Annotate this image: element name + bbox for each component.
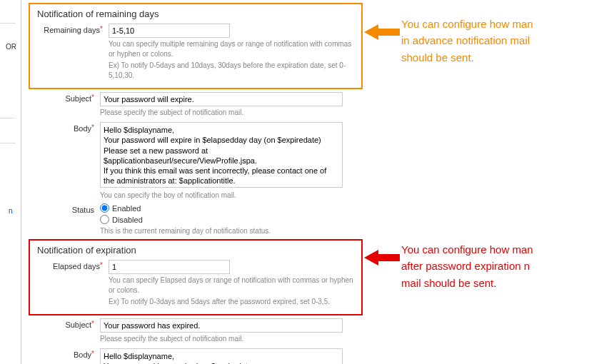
svg-marker-0 bbox=[364, 24, 400, 40]
body2-textarea[interactable] bbox=[100, 348, 343, 364]
subject2-hint: Please specify the subject of notificati… bbox=[100, 334, 363, 344]
subject1-label: Subject bbox=[29, 92, 100, 103]
subject2-input[interactable] bbox=[100, 318, 343, 333]
svg-marker-1 bbox=[364, 250, 400, 266]
arrow-red-icon bbox=[364, 248, 400, 267]
status-enabled-radio[interactable] bbox=[100, 203, 109, 213]
subject1-hint: Please specify the subject of notificati… bbox=[100, 108, 363, 118]
callout-orange: You can configure how man in advance not… bbox=[401, 16, 533, 66]
body1-hint: You can specify the boy of notification … bbox=[100, 191, 363, 201]
section-title-expiration: Notification of expiration bbox=[37, 245, 354, 256]
remaining-days-section: Notification of remaining days Remaining… bbox=[29, 3, 363, 89]
status-disabled-radio[interactable] bbox=[100, 215, 109, 224]
elapsed-days-label: Elapsed days bbox=[37, 260, 109, 271]
remaining-days-label: Remaining days bbox=[37, 24, 109, 34]
elapsed-days-input[interactable] bbox=[109, 260, 230, 274]
sidebar-text-or: OR bbox=[6, 43, 16, 51]
body2-label: Body bbox=[29, 348, 100, 359]
status-disabled-text: Disabled bbox=[112, 216, 143, 224]
expiration-section: Notification of expiration Elapsed days … bbox=[29, 239, 363, 315]
remaining-days-hint1: You can specify multiple remaining days … bbox=[109, 39, 354, 59]
elapsed-days-hint1: You can specify Elapsed days or range of… bbox=[109, 275, 354, 295]
callout-red: You can configure how man after password… bbox=[401, 241, 533, 291]
remaining-days-input[interactable] bbox=[109, 24, 230, 38]
body1-label: Body bbox=[29, 122, 100, 133]
body1-textarea[interactable] bbox=[100, 122, 343, 188]
left-sidebar-fragment: OR n bbox=[0, 0, 21, 364]
status-label: Status bbox=[29, 203, 100, 214]
remaining-days-hint2: Ex) To notify 0-5days and 10days, 30days… bbox=[109, 61, 354, 81]
elapsed-days-hint2: Ex) To notify 0-3days and 5days after th… bbox=[109, 297, 354, 307]
arrow-orange-icon bbox=[364, 23, 400, 41]
subject1-input[interactable] bbox=[100, 92, 343, 106]
status-enabled-text: Enabled bbox=[112, 204, 141, 213]
section-title-remaining: Notification of remaining days bbox=[37, 9, 354, 19]
status-hint: This is the current remaining day of not… bbox=[100, 226, 363, 236]
subject2-label: Subject bbox=[29, 318, 100, 329]
sidebar-text-n[interactable]: n bbox=[9, 207, 13, 215]
